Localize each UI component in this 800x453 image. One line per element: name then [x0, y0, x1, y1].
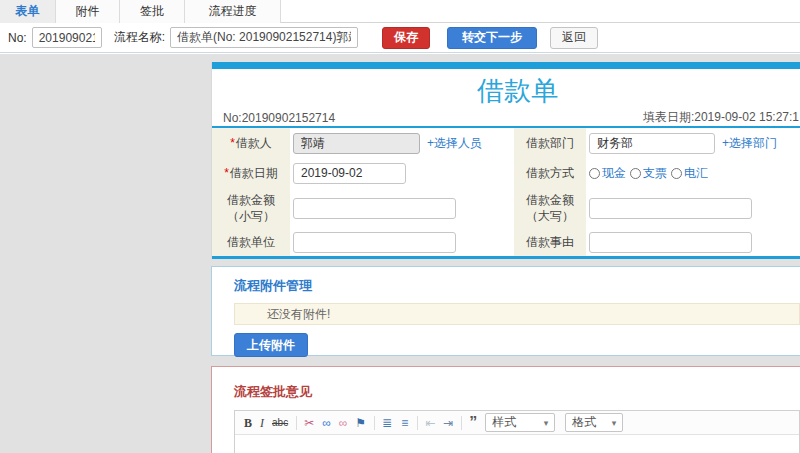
remove-format-icon[interactable]: ✂ [304, 411, 314, 435]
attachment-management-card: 流程附件管理 还没有附件! 上传附件 [211, 266, 800, 356]
form-meta-row: No:20190902152714 填表日期:2019-09-02 15:27:… [212, 111, 800, 128]
cheque-radio[interactable] [630, 168, 641, 179]
link-icon[interactable]: ∞ [322, 411, 331, 435]
tab-attachments[interactable]: 附件 [56, 0, 120, 23]
amount-lowercase-label: 借款金额（小写） [212, 188, 290, 228]
borrower-input [293, 133, 420, 154]
caret-down-icon: ▾ [544, 418, 549, 428]
anchor-flag-icon[interactable]: ⚑ [355, 411, 366, 435]
approval-opinion-card: 流程签批意见 B I abc ✂ ∞ ∞ ⚑ ≣ ≡ ⇤ ⇥ ” 样式 [211, 366, 800, 453]
loan-unit-input[interactable] [293, 232, 456, 253]
loan-form-card: 借款单 No:20190902152714 填表日期:2019-09-02 15… [211, 62, 800, 259]
tab-form[interactable]: 表单 [0, 0, 56, 23]
department-input[interactable] [589, 133, 715, 154]
outdent-icon[interactable]: ⇤ [425, 411, 435, 435]
radio-cash[interactable]: 现金 [589, 165, 626, 182]
editor-content-area[interactable] [235, 435, 799, 453]
toolbar-separator [374, 416, 375, 430]
loan-date-label: *借款日期 [212, 158, 290, 188]
no-label: No: [8, 31, 27, 45]
top-tab-bar: 表单 附件 签批 流程进度 [0, 0, 800, 23]
upload-attachment-button[interactable]: 上传附件 [234, 333, 308, 357]
loan-method-label: 借款方式 [514, 158, 586, 188]
forward-next-step-button[interactable]: 转交下一步 [447, 27, 537, 49]
strikethrough-icon[interactable]: abc [272, 411, 288, 435]
loan-method-radio-group: 现金 支票 电汇 [586, 158, 800, 188]
caret-down-icon: ▾ [612, 418, 617, 428]
no-input[interactable] [32, 27, 102, 48]
borrower-label: *借款人 [212, 128, 290, 158]
tab-process-progress[interactable]: 流程进度 [185, 0, 281, 23]
rich-text-editor: B I abc ✂ ∞ ∞ ⚑ ≣ ≡ ⇤ ⇥ ” 样式 ▾ [234, 410, 800, 453]
format-dropdown[interactable]: 格式 ▾ [565, 413, 623, 432]
amount-uppercase-label: 借款金额（大写） [514, 188, 586, 228]
form-fill-date-text: 填表日期:2019-09-02 15:27:1 [643, 109, 799, 126]
toolbar-row: No: 流程名称: 保存 转交下一步 返回 [0, 23, 800, 53]
loan-date-input[interactable] [293, 163, 406, 184]
select-person-link[interactable]: +选择人员 [427, 135, 482, 152]
select-department-link[interactable]: +选择部门 [722, 135, 777, 152]
loan-reason-label: 借款事由 [514, 228, 586, 256]
approval-section-heading: 流程签批意见 [234, 383, 800, 401]
save-button[interactable]: 保存 [382, 27, 430, 49]
form-title: 借款单 [212, 69, 800, 111]
back-button[interactable]: 返回 [550, 27, 598, 49]
numbered-list-icon[interactable]: ≣ [382, 411, 393, 435]
process-name-input[interactable] [170, 27, 358, 48]
radio-wire[interactable]: 电汇 [671, 165, 708, 182]
loan-form-grid: *借款人 +选择人员 借款部门 +选择部门 *借款日期 借款方式 [212, 128, 800, 256]
form-number-text: No:20190902152714 [223, 111, 335, 125]
amount-uppercase-input[interactable] [589, 198, 752, 219]
editor-toolbar: B I abc ✂ ∞ ∞ ⚑ ≣ ≡ ⇤ ⇥ ” 样式 ▾ [235, 411, 799, 435]
styles-dropdown[interactable]: 样式 ▾ [485, 413, 555, 432]
bullet-list-icon[interactable]: ≡ [401, 411, 409, 435]
cash-radio[interactable] [589, 168, 600, 179]
main-panel: 借款单 No:20190902152714 填表日期:2019-09-02 15… [211, 62, 800, 453]
attachment-section-heading: 流程附件管理 [234, 277, 800, 295]
toolbar-separator [461, 416, 462, 430]
panel-top-accent-bar [212, 62, 800, 69]
unlink-icon[interactable]: ∞ [339, 411, 348, 435]
department-label: 借款部门 [514, 128, 586, 158]
no-attachments-alert: 还没有附件! [234, 303, 800, 325]
tab-approval[interactable]: 签批 [120, 0, 185, 23]
required-mark: * [224, 166, 229, 180]
loan-reason-input[interactable] [589, 232, 752, 253]
radio-cheque[interactable]: 支票 [630, 165, 667, 182]
toolbar-separator [417, 416, 418, 430]
toolbar-separator [296, 416, 297, 430]
blockquote-icon[interactable]: ” [469, 418, 477, 428]
amount-lowercase-input[interactable] [293, 198, 456, 219]
loan-unit-label: 借款单位 [212, 228, 290, 256]
process-name-label: 流程名称: [114, 29, 165, 46]
panel-bottom-accent-bar [212, 256, 800, 259]
italic-icon[interactable]: I [260, 411, 264, 435]
indent-icon[interactable]: ⇥ [443, 411, 453, 435]
wire-transfer-radio[interactable] [671, 168, 682, 179]
required-mark: * [230, 136, 235, 150]
bold-icon[interactable]: B [244, 411, 252, 435]
